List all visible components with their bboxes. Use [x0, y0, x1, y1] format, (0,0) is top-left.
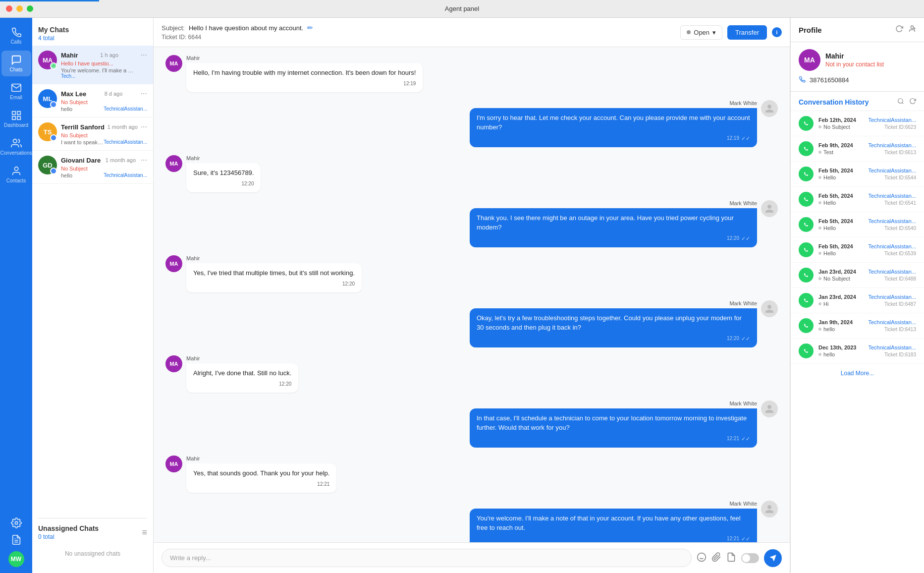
- chat-preview: You're welcome. I'll make a note of th..…: [61, 67, 135, 73]
- profile-info: MA Mahir Not in your contact list 387616…: [791, 42, 924, 91]
- chats-label: Chats: [9, 67, 22, 72]
- message-bubble: Alright, I've done that. Still no luck. …: [186, 363, 298, 393]
- history-date: Feb 5th, 2024: [818, 218, 853, 224]
- message-row: MA Mahir Yes, I've tried that multiple t…: [162, 255, 782, 292]
- history-ticket: Ticket ID:6539: [884, 251, 916, 256]
- send-button[interactable]: [764, 549, 782, 567]
- whatsapp-history-icon: [799, 344, 814, 358]
- chat-preview: hello: [61, 106, 72, 112]
- history-subject: hello: [818, 326, 835, 332]
- history-subject: hello: [818, 351, 835, 357]
- chat-preview: hello: [61, 172, 72, 178]
- chat-more-menu[interactable]: ···: [141, 156, 147, 165]
- subject-text: Hello I have question about my account.: [189, 24, 303, 32]
- reply-input[interactable]: [162, 549, 692, 567]
- edit-subject-icon[interactable]: ✏: [307, 24, 313, 32]
- sidebar-item-chats[interactable]: Chats: [1, 51, 31, 76]
- history-item[interactable]: Jan 9th, 2024 TechnicalAssistan... hello…: [791, 313, 924, 339]
- add-contact-icon[interactable]: [908, 25, 916, 35]
- history-item[interactable]: Feb 5th, 2024 TechnicalAssistan... Hello…: [791, 187, 924, 212]
- history-channel: TechnicalAssistan...: [868, 117, 916, 123]
- chat-subject: No Subject: [61, 166, 147, 172]
- conversations-label: Conversations: [0, 150, 32, 156]
- history-channel: TechnicalAssistan...: [868, 269, 916, 275]
- maximize-button[interactable]: [27, 5, 33, 12]
- chat-more-menu[interactable]: ···: [141, 89, 147, 98]
- chat-item-terrill[interactable]: TS Terrill Sanford 1 month ago ··· No Su…: [32, 117, 153, 151]
- history-subject: Hi: [818, 301, 828, 307]
- chat-preview: I want to speak to a superv...: [61, 139, 104, 145]
- chat-more-menu[interactable]: ···: [141, 51, 147, 59]
- sidebar-item-dashboard[interactable]: Dashboard: [1, 106, 31, 132]
- profile-avatar: MA: [799, 49, 820, 71]
- chat-badge: [50, 101, 57, 108]
- unassigned-menu[interactable]: ≡: [142, 527, 147, 538]
- my-chats-count: 4 total: [38, 35, 147, 42]
- sidebar-item-calls[interactable]: Calls: [1, 23, 31, 49]
- chat-item-giovani[interactable]: GD Giovani Dare 1 month ago ··· No Subje…: [32, 151, 153, 184]
- info-icon[interactable]: i: [772, 27, 782, 37]
- message-row: Mark White I'm sorry to hear that. Let m…: [162, 100, 782, 148]
- close-button[interactable]: [6, 5, 12, 12]
- chat-tag: TechnicalAssistan...: [104, 106, 147, 112]
- transfer-button[interactable]: Transfer: [727, 25, 767, 40]
- svg-point-4: [13, 139, 16, 143]
- msg-sender: Mark White: [470, 100, 757, 106]
- chat-item-mahir[interactable]: MA Mahir 1 h ago ··· Hello I have questi…: [32, 46, 153, 84]
- message-time: 12:20: [342, 280, 355, 287]
- history-item[interactable]: Jan 23rd, 2024 TechnicalAssistan... No S…: [791, 263, 924, 288]
- reports-icon[interactable]: [11, 534, 22, 547]
- msg-sender: Mark White: [470, 501, 757, 507]
- whatsapp-history-icon: [799, 217, 814, 232]
- message-time: 12:20: [727, 234, 739, 242]
- history-item[interactable]: Feb 5th, 2024 TechnicalAssistan... Hello…: [791, 237, 924, 263]
- history-ticket: Ticket ID:6183: [884, 352, 916, 357]
- toggle-knob: [742, 554, 750, 562]
- search-icon[interactable]: [897, 98, 904, 107]
- refresh-icon[interactable]: [895, 25, 903, 35]
- message-text: Yes, I've tried that multiple times, but…: [193, 269, 355, 277]
- unassigned-section: Unassigned Chats 0 total ≡ No unassigned…: [32, 518, 153, 573]
- message-time: 12:21: [317, 480, 329, 488]
- sidebar-item-contacts[interactable]: Contacts: [1, 162, 31, 187]
- conv-history-header: Conversation History: [791, 92, 924, 111]
- conversation-history: Conversation History Feb 12th: [791, 91, 924, 573]
- history-channel: TechnicalAssistan...: [868, 218, 916, 224]
- minimize-button[interactable]: [16, 5, 23, 12]
- history-channel: TechnicalAssistan...: [868, 319, 916, 325]
- sidebar-item-email[interactable]: Email: [1, 78, 31, 104]
- chat-more-menu[interactable]: ···: [141, 122, 147, 131]
- customer-avatar: MA: [165, 355, 182, 372]
- avatar-mahir: MA: [38, 51, 57, 69]
- sidebar-item-conversations[interactable]: Conversations: [1, 134, 31, 160]
- history-item[interactable]: Feb 5th, 2024 TechnicalAssistan... Hello…: [791, 212, 924, 237]
- agent-avatar: [761, 100, 778, 117]
- attachment-icon[interactable]: [711, 552, 721, 564]
- refresh-history-icon[interactable]: [909, 98, 916, 107]
- load-more-button[interactable]: Load More...: [791, 364, 924, 383]
- history-item[interactable]: Jan 23rd, 2024 TechnicalAssistan... Hi T…: [791, 288, 924, 313]
- history-item[interactable]: Feb 12th, 2024 TechnicalAssistan... No S…: [791, 111, 924, 136]
- status-dropdown[interactable]: Open ▾: [680, 25, 722, 40]
- history-date: Jan 23rd, 2024: [818, 294, 856, 300]
- subject-label: Subject:: [162, 24, 185, 32]
- history-item[interactable]: Feb 5th, 2024 TechnicalAssistan... Hello…: [791, 162, 924, 187]
- avatar-terrill: TS: [38, 122, 57, 141]
- window-title: Agent panel: [445, 5, 479, 12]
- toggle-switch[interactable]: [741, 553, 759, 563]
- svg-rect-1: [17, 112, 20, 115]
- chat-subject: Hello I have questio...: [61, 60, 147, 66]
- history-item[interactable]: Feb 9th, 2024 TechnicalAssistan... Test …: [791, 136, 924, 162]
- template-icon[interactable]: [726, 552, 736, 564]
- history-item[interactable]: Dec 13th, 2023 TechnicalAssistan... hell…: [791, 339, 924, 364]
- message-bubble: You're welcome. I'll make a note of that…: [470, 509, 757, 543]
- svg-point-9: [698, 553, 706, 561]
- conv-history-title: Conversation History: [799, 98, 869, 106]
- user-avatar-nav[interactable]: MW: [8, 551, 24, 567]
- emoji-icon[interactable]: [697, 552, 707, 564]
- profile-name: Mahir: [825, 52, 884, 60]
- history-ticket: Ticket ID:6413: [884, 327, 916, 332]
- chat-item-max-lee[interactable]: ML Max Lee 8 d ago ··· No Subject hello …: [32, 84, 153, 117]
- settings-icon[interactable]: [11, 517, 22, 530]
- my-chats-section: My Chats 4 total: [32, 18, 153, 46]
